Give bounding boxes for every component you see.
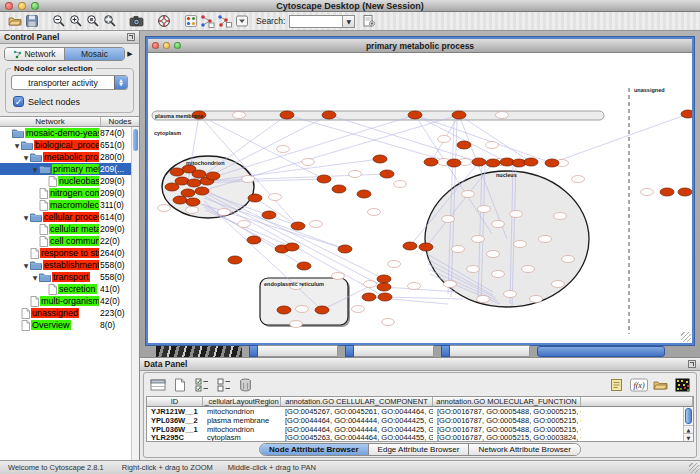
snapshot-camera-icon[interactable] (128, 13, 145, 30)
scroll-up-icon[interactable]: ▲ (684, 425, 693, 433)
network-node[interactable] (472, 236, 485, 243)
network-window-titlebar[interactable]: primary metabolic process (148, 39, 692, 53)
search-config-icon[interactable] (360, 13, 377, 30)
network-node[interactable] (377, 283, 391, 291)
annotation-red-network-icon[interactable] (199, 13, 216, 30)
network-node[interactable] (394, 181, 407, 188)
network-node[interactable] (280, 111, 294, 119)
scrollbar-thumb[interactable] (685, 408, 692, 424)
network-node[interactable] (317, 175, 331, 183)
network-node[interactable] (522, 266, 535, 273)
network-node[interactable] (228, 256, 242, 264)
network-node[interactable] (419, 243, 433, 251)
annotation-blue-network-icon[interactable] (216, 13, 233, 30)
tree-row[interactable]: cellular metabo209(0) (0, 223, 139, 235)
search-field[interactable] (290, 16, 342, 27)
help-lifering-icon[interactable] (155, 13, 172, 30)
search-input[interactable]: ▼ (289, 15, 355, 28)
network-node[interactable] (269, 194, 282, 201)
network-node[interactable] (380, 170, 394, 178)
network-node[interactable] (291, 222, 305, 230)
tree-row[interactable]: cell communicat22(0) (0, 235, 139, 247)
manage-views-icon[interactable] (233, 13, 250, 30)
frame-resize-grip[interactable] (681, 332, 691, 342)
tree-expander-icon[interactable]: ▼ (22, 262, 30, 269)
table-row[interactable]: YPL036W__1mitochondrion[GO:0044464, GO:0… (147, 425, 683, 434)
network-node[interactable] (530, 296, 543, 303)
network-node[interactable] (496, 112, 509, 119)
save-icon[interactable] (23, 13, 40, 30)
network-node[interactable] (514, 241, 527, 248)
minimized-window[interactable] (441, 345, 530, 357)
table-row[interactable]: YPL036W__2plasma membrane[GO:0044464, GO… (147, 416, 683, 425)
network-node[interactable] (364, 281, 377, 288)
network-node[interactable] (332, 273, 345, 280)
tree-row[interactable]: response to stimulu264(0) (0, 247, 139, 259)
network-node[interactable] (562, 256, 575, 263)
vizmapper-icon[interactable] (182, 13, 199, 30)
tree-row[interactable]: ▼establishment of lo558(0) (0, 259, 139, 271)
tab-network[interactable]: Network (5, 48, 64, 60)
network-node[interactable] (368, 209, 381, 216)
tab-edge-attribute-browser[interactable]: Edge Attribute Browser (368, 444, 469, 455)
network-node[interactable] (165, 183, 179, 191)
network-node[interactable] (285, 243, 299, 251)
network-node[interactable] (173, 196, 187, 204)
network-node[interactable] (277, 146, 290, 153)
network-node[interactable] (302, 159, 315, 166)
network-node[interactable] (332, 185, 346, 193)
minimized-window[interactable] (249, 345, 338, 357)
network-node[interactable] (362, 293, 376, 301)
network-node[interactable] (408, 283, 421, 290)
network-node[interactable] (187, 179, 201, 187)
network-node[interactable] (444, 281, 457, 288)
notes-icon[interactable] (607, 377, 626, 394)
network-node[interactable] (492, 221, 505, 228)
network-node[interactable] (310, 221, 323, 228)
tree-row[interactable]: Overview8(0) (0, 319, 139, 331)
tab-mosaic[interactable]: Mosaic (64, 48, 124, 60)
import-attributes-icon[interactable] (651, 377, 670, 394)
tree-row[interactable]: nucleobase-209(0) (0, 175, 139, 187)
tree-column-nodes[interactable]: Nodes (100, 117, 139, 126)
network-node[interactable] (572, 176, 585, 183)
network-node[interactable] (218, 209, 231, 216)
network-node[interactable] (206, 172, 220, 180)
unselect-all-attributes-icon[interactable] (214, 377, 233, 394)
tree-column-network[interactable]: Network (0, 117, 100, 126)
network-node[interactable] (510, 211, 523, 218)
minimized-window[interactable] (156, 346, 242, 357)
column-header-region[interactable]: _cellularLayoutRegion (203, 397, 281, 406)
network-node[interactable] (233, 112, 246, 119)
tree-expander-icon[interactable]: ▼ (31, 166, 39, 173)
tree-row[interactable]: ▼primary metabo209(... (0, 163, 139, 175)
tree-row[interactable]: macromolecule311(0) (0, 199, 139, 211)
network-node[interactable] (192, 170, 206, 178)
zoom-fit-icon[interactable] (101, 13, 118, 30)
network-node[interactable] (296, 306, 309, 313)
tree-expander-icon[interactable]: ▼ (22, 214, 30, 221)
network-node[interactable] (524, 158, 538, 166)
attribute-matrix-icon[interactable] (673, 377, 692, 394)
network-node[interactable] (315, 306, 329, 314)
network-node[interactable] (452, 111, 466, 119)
tree-row[interactable]: ▼biological_process651(0) (0, 139, 139, 151)
search-dropdown-arrow-icon[interactable]: ▼ (342, 16, 354, 27)
minimized-window[interactable] (537, 346, 665, 357)
network-node[interactable] (442, 216, 455, 223)
network-node[interactable] (297, 262, 311, 270)
tree-row[interactable]: ▼metabolic process280(0) (0, 151, 139, 163)
tree-row[interactable]: unassigned223(0) (0, 307, 139, 319)
network-node[interactable] (238, 221, 251, 228)
tree-scrollbar[interactable] (131, 127, 139, 460)
network-node[interactable] (487, 251, 500, 258)
delete-attribute-icon[interactable] (236, 377, 255, 394)
tree-expander-icon[interactable]: ▼ (13, 142, 21, 149)
network-node[interactable] (290, 321, 303, 328)
scroll-down-icon[interactable]: ▼ (684, 433, 693, 441)
network-node[interactable] (322, 111, 336, 119)
column-header-id[interactable]: ID (147, 397, 203, 406)
network-node[interactable] (388, 261, 401, 268)
network-node[interactable] (678, 188, 692, 196)
node-color-dropdown[interactable]: transporter activity ▲▼ (11, 75, 128, 90)
